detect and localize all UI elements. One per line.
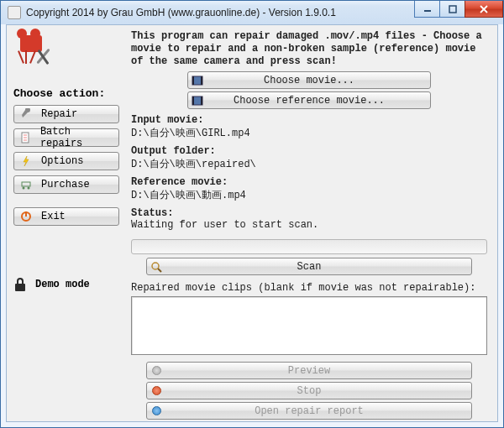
demo-mode-label: Demo mode [35, 279, 90, 290]
scan-button-label: Scan [165, 261, 471, 273]
app-icon [8, 6, 21, 19]
lock-icon [13, 278, 27, 291]
options-button-label: Options [41, 155, 83, 167]
svg-point-10 [28, 187, 30, 190]
close-button[interactable] [465, 1, 503, 18]
output-folder-field: Output folder: D:\自分\映画\repaired\ [131, 145, 487, 171]
batch-repairs-button[interactable]: Batch repairs [13, 128, 119, 147]
wrench-icon [19, 107, 33, 121]
repaired-clips-label: Repaired movie clips (blank if movie was… [131, 282, 487, 294]
window-title: Copyright 2014 by Grau GmbH (www.grauonl… [26, 7, 336, 18]
svg-rect-8 [22, 182, 30, 186]
intro-text: This program can repair damaged .mov/.mp… [131, 30, 487, 68]
svg-rect-14 [192, 76, 194, 85]
svg-line-20 [158, 269, 161, 272]
film-icon [188, 76, 207, 86]
progress-bar [131, 239, 487, 254]
status-value: Waiting for user to start scan. [131, 219, 487, 231]
repaired-clips-list[interactable] [131, 296, 487, 355]
status-label: Status: [131, 207, 487, 219]
window-controls [414, 1, 503, 18]
stop-icon [147, 386, 165, 395]
minimize-button[interactable] [414, 1, 439, 18]
options-button[interactable]: Options [13, 152, 119, 170]
cart-icon [19, 178, 33, 191]
exit-button-label: Exit [41, 211, 66, 222]
reference-movie-field: Reference movie: D:\自分\映画\動画.mp4 [131, 176, 487, 202]
app-window: Copyright 2014 by Grau GmbH (www.grauonl… [0, 0, 504, 428]
open-report-button[interactable]: Open repair report [146, 402, 472, 420]
status-field: Status: Waiting for user to start scan. [131, 207, 487, 231]
sidebar: Choose action: Repair Batch repairs Opti… [7, 25, 126, 421]
input-movie-field: Input movie: D:\自分\映画\GIRL.mp4 [131, 114, 487, 140]
titlebar: Copyright 2014 by Grau GmbH (www.grauonl… [1, 1, 503, 24]
input-movie-label: Input movie: [131, 114, 487, 126]
preview-button-label: Preview [165, 365, 471, 377]
scan-button[interactable]: Scan [146, 258, 472, 275]
svg-rect-15 [201, 76, 202, 85]
lightning-icon [19, 154, 33, 168]
output-folder-label: Output folder: [131, 145, 487, 157]
batch-button-label: Batch repairs [40, 126, 113, 149]
reference-movie-label: Reference movie: [131, 176, 487, 188]
document-icon [19, 131, 32, 144]
reference-movie-value: D:\自分\映画\動画.mp4 [131, 188, 487, 202]
choose-reference-label: Choose reference movie... [207, 95, 430, 107]
svg-rect-1 [449, 6, 456, 13]
preview-button[interactable]: Preview [146, 362, 472, 379]
exit-button[interactable]: Exit [13, 207, 119, 226]
maximize-icon [449, 5, 457, 13]
demo-mode-row: Demo mode [13, 278, 119, 291]
open-report-label: Open repair report [165, 405, 471, 417]
minimize-icon [423, 5, 432, 13]
svg-point-19 [152, 263, 159, 269]
purchase-button-label: Purchase [41, 179, 90, 191]
choose-reference-button[interactable]: Choose reference movie... [187, 91, 431, 109]
film-icon [188, 96, 207, 106]
play-icon [147, 366, 165, 375]
output-folder-value: D:\自分\映画\repaired\ [131, 157, 487, 171]
close-icon [479, 5, 489, 13]
svg-rect-17 [192, 97, 194, 105]
stop-button-label: Stop [165, 385, 471, 397]
power-icon [19, 210, 33, 223]
input-movie-value: D:\自分\映画\GIRL.mp4 [131, 126, 487, 140]
magnifier-icon [147, 261, 165, 273]
svg-rect-18 [201, 97, 202, 105]
choose-movie-label: Choose movie... [207, 75, 430, 86]
choose-action-label: Choose action: [13, 87, 119, 100]
app-logo-icon [17, 34, 52, 69]
repair-button-label: Repair [41, 108, 77, 120]
main-panel: This program can repair damaged .mov/.mp… [126, 25, 497, 421]
purchase-button[interactable]: Purchase [13, 175, 119, 194]
bottom-buttons: Preview Stop O [131, 362, 487, 420]
info-icon [147, 406, 165, 415]
repair-button[interactable]: Repair [13, 105, 119, 123]
maximize-button[interactable] [439, 1, 465, 18]
svg-point-9 [23, 187, 25, 190]
choose-movie-button[interactable]: Choose movie... [187, 71, 431, 89]
client-area: Choose action: Repair Batch repairs Opti… [6, 24, 498, 422]
stop-button[interactable]: Stop [146, 382, 472, 399]
